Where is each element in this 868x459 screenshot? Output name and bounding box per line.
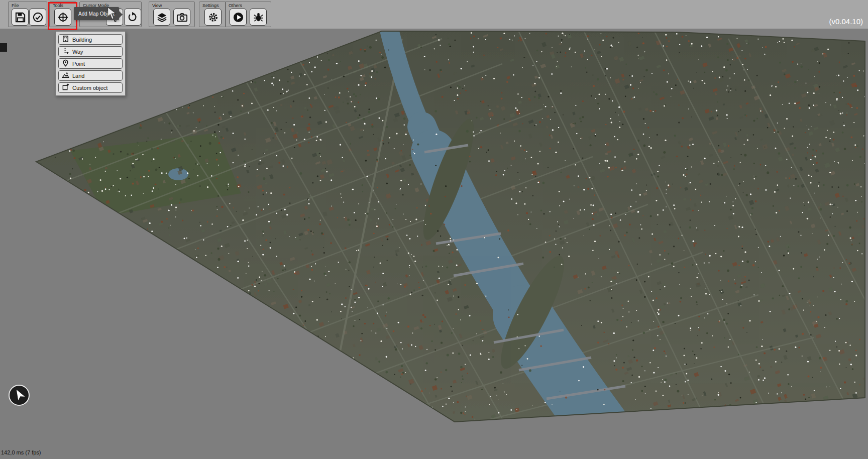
- menu-item-label: Custom object: [72, 85, 107, 91]
- tooltip: Add Map Object: [74, 7, 119, 20]
- building-icon: [62, 35, 69, 44]
- view-group-label: View: [152, 3, 194, 8]
- gear-icon: [207, 12, 219, 23]
- check-file-button[interactable]: [29, 9, 46, 26]
- performance-stats: 142,0 ms (7 fps): [1, 449, 41, 455]
- screenshot-button[interactable]: [173, 9, 190, 26]
- compass-button[interactable]: [9, 385, 30, 406]
- tools-group-label: Tools: [53, 3, 76, 8]
- toolbar: File Tools Cursor Mode: [0, 0, 868, 29]
- menu-item-building[interactable]: Building: [58, 34, 123, 45]
- menu-item-custom-object[interactable]: Custom object: [58, 82, 123, 93]
- add-map-object-button[interactable]: [54, 9, 71, 26]
- settings-group-label: Settings: [202, 3, 226, 8]
- layers-icon: [156, 12, 168, 23]
- add-object-menu: Building Way Point Land Custom object: [55, 31, 126, 96]
- menu-item-label: Land: [72, 73, 84, 79]
- settings-group: Settings: [199, 2, 226, 27]
- tooltip-text: Add Map Object: [78, 11, 115, 17]
- menu-item-label: Way: [72, 49, 83, 55]
- map-viewport[interactable]: [0, 29, 868, 459]
- check-circle-icon: [32, 12, 44, 23]
- custom-object-icon: [62, 83, 69, 92]
- file-group-label: File: [12, 3, 47, 8]
- tools-group: Tools: [49, 2, 76, 27]
- compass-arrow-icon: [13, 388, 26, 403]
- camera-icon: [176, 12, 188, 23]
- rotate-view-button[interactable]: [124, 9, 141, 26]
- save-file-button[interactable]: [12, 9, 29, 26]
- file-group: File: [8, 2, 47, 27]
- park-pond: [168, 168, 188, 180]
- point-icon: [62, 59, 69, 68]
- version-label: (v0.04.10): [829, 17, 863, 26]
- settings-button[interactable]: [204, 9, 222, 26]
- play-icon: [233, 12, 244, 23]
- menu-item-point[interactable]: Point: [58, 58, 123, 69]
- others-group: Others: [225, 2, 271, 27]
- run-button[interactable]: [230, 9, 247, 26]
- menu-item-land[interactable]: Land: [58, 70, 123, 81]
- view-group: View: [149, 2, 195, 27]
- bug-icon: [253, 12, 264, 23]
- others-group-label: Others: [229, 3, 271, 8]
- left-edge-marker: [0, 43, 7, 52]
- menu-item-label: Building: [72, 37, 92, 43]
- debug-button[interactable]: [250, 9, 267, 26]
- app-window: File Tools Cursor Mode: [0, 0, 868, 459]
- floppy-disk-icon: [15, 12, 26, 23]
- menu-item-way[interactable]: Way: [58, 46, 123, 57]
- menu-item-label: Point: [72, 61, 85, 67]
- add-map-object-icon: [57, 12, 69, 23]
- layers-button[interactable]: [153, 9, 170, 26]
- way-icon: [62, 47, 69, 56]
- rotate-icon: [127, 12, 138, 23]
- land-icon: [62, 71, 69, 80]
